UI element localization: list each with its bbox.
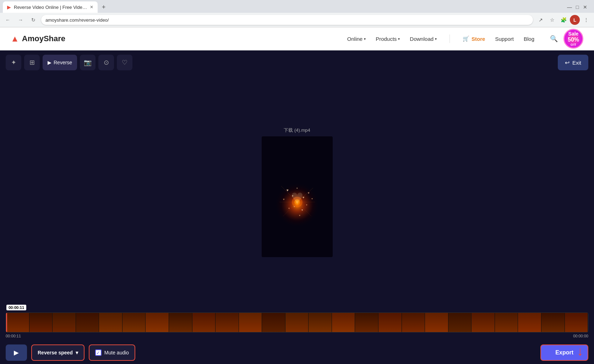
frame-13 <box>285 313 309 332</box>
frame-12 <box>262 313 285 332</box>
video-filename: 下载 (4).mp4 <box>284 127 310 134</box>
frame-7 <box>146 313 169 332</box>
video-frame: ♥ ♥ ♥ ♥ ♥ ♥ ♥ ♥ ♥ ♥ ♥ ♥ ♥ <box>262 136 333 257</box>
timeline-frames <box>6 313 588 332</box>
extensions-icon[interactable]: 🧩 <box>558 15 568 25</box>
forward-button[interactable]: → <box>16 15 26 25</box>
search-button[interactable]: 🔍 <box>550 35 558 43</box>
address-bar: ← → ↻ ↗ ☆ 🧩 L ⋮ <box>0 13 594 27</box>
logo-icon: ▲ <box>11 34 19 44</box>
frame-6 <box>122 313 146 332</box>
nav-products[interactable]: Products ▾ <box>376 36 400 42</box>
reverse-speed-label: Reverse speed <box>38 350 73 355</box>
heart-icon: ♡ <box>122 59 127 66</box>
sale-badge[interactable]: Sale 50% Off <box>563 29 583 49</box>
new-tab-button[interactable]: + <box>99 2 108 12</box>
frame-19 <box>425 313 448 332</box>
tab-favicon: ▶ <box>7 4 11 10</box>
profile-button[interactable]: L <box>570 15 580 25</box>
exit-icon: ↩ <box>565 59 570 66</box>
svg-text:♥: ♥ <box>292 195 293 197</box>
reverse-play-icon: ▶ <box>48 60 51 65</box>
exit-button[interactable]: ↩ Exit <box>558 55 588 70</box>
ai-enhance-button[interactable]: ✦ <box>6 55 21 70</box>
crop-button[interactable]: ⊞ <box>24 55 40 70</box>
bookmark-icon[interactable]: ☆ <box>547 15 557 25</box>
cursor-time-display: 00:00:11 <box>6 305 26 310</box>
nav-divider <box>449 34 450 43</box>
nav-right: 🔍 Sale 50% Off <box>550 29 583 49</box>
timeline-wrapper: 00:00:11 <box>6 313 588 338</box>
play-button[interactable]: ▶ <box>6 344 27 361</box>
svg-text:♥: ♥ <box>311 197 313 200</box>
frame-25 <box>565 313 588 332</box>
browser-chrome: ▶ Reverse Video Online | Free Vide… ✕ + … <box>0 0 594 27</box>
nav-blog[interactable]: Blog <box>524 36 534 42</box>
svg-text:♥: ♥ <box>303 196 304 199</box>
svg-text:♥: ♥ <box>296 187 298 189</box>
menu-button[interactable]: ⋮ <box>581 15 591 25</box>
timeline-track[interactable] <box>6 313 588 332</box>
frame-2 <box>29 313 53 332</box>
nav-download[interactable]: Download ▾ <box>410 36 437 42</box>
reverse-button[interactable]: ▶ Reverse <box>43 55 77 70</box>
minimize-button[interactable]: — <box>566 4 573 10</box>
timeline-container: 00:00:11 <box>6 313 588 332</box>
frame-22 <box>495 313 518 332</box>
maximize-button[interactable]: □ <box>574 4 581 10</box>
arrow-down-icon: ↓ <box>577 344 583 359</box>
download-chevron-icon: ▾ <box>435 37 437 41</box>
store-cart-icon: 🛒 <box>463 36 469 42</box>
frame-16 <box>355 313 378 332</box>
frame-11 <box>239 313 262 332</box>
svg-text:♥: ♥ <box>288 207 290 210</box>
svg-text:♥: ♥ <box>306 204 307 206</box>
nav-blog-label: Blog <box>524 36 534 42</box>
svg-text:♥: ♥ <box>283 198 285 201</box>
nav-support[interactable]: Support <box>495 36 514 42</box>
screenshot-button[interactable]: 📷 <box>80 55 96 70</box>
reload-button[interactable]: ↻ <box>28 15 38 25</box>
export-label: Export <box>555 349 573 355</box>
share-icon[interactable]: ↗ <box>536 15 546 25</box>
logo[interactable]: ▲ AmoyShare <box>11 34 65 44</box>
timeline-area[interactable]: 00:00:11 <box>0 310 594 341</box>
checkmark-icon: ✓ <box>96 350 100 355</box>
frame-4 <box>76 313 99 332</box>
frame-21 <box>472 313 495 332</box>
reverse-speed-button[interactable]: Reverse speed ▾ <box>31 344 85 361</box>
frame-3 <box>53 313 76 332</box>
nav-menu: Online ▾ Products ▾ Download ▾ 🛒 Store S… <box>347 29 583 49</box>
nav-store[interactable]: 🛒 Store <box>463 36 485 42</box>
video-thumbnail: ♥ ♥ ♥ ♥ ♥ ♥ ♥ ♥ ♥ ♥ ♥ ♥ ♥ <box>262 136 333 257</box>
products-chevron-icon: ▾ <box>398 37 400 41</box>
reverse-label: Reverse <box>54 60 72 65</box>
editor-toolbar: ✦ ⊞ ▶ Reverse 📷 ⊙ ♡ ↩ Exit <box>0 50 594 75</box>
site-header: ▲ AmoyShare Online ▾ Products ▾ Download… <box>0 27 594 50</box>
browser-actions: ↗ ☆ 🧩 L ⋮ <box>536 15 591 25</box>
frame-23 <box>518 313 541 332</box>
timeline-cursor <box>6 313 7 332</box>
back-button[interactable]: ← <box>3 15 13 25</box>
exit-label: Exit <box>572 60 581 66</box>
favorite-button[interactable]: ♡ <box>117 55 132 70</box>
nav-online[interactable]: Online ▾ <box>347 36 366 42</box>
crop-icon: ⊞ <box>29 59 35 66</box>
address-input[interactable] <box>41 15 533 25</box>
record-button[interactable]: ⊙ <box>98 55 114 70</box>
video-visual: ♥ ♥ ♥ ♥ ♥ ♥ ♥ ♥ ♥ ♥ ♥ ♥ ♥ <box>262 136 333 257</box>
record-icon: ⊙ <box>104 59 109 66</box>
new-tab-icon: + <box>102 4 106 11</box>
mute-checkbox: ✓ <box>95 349 102 356</box>
close-window-button[interactable]: ✕ <box>582 4 588 10</box>
timeline-timestamps: 00:00:11 00:00:00 <box>6 334 588 338</box>
active-tab[interactable]: ▶ Reverse Video Online | Free Vide… ✕ <box>3 1 98 13</box>
frame-5 <box>99 313 122 332</box>
end-timestamp: 00:00:00 <box>573 334 588 338</box>
start-timestamp: 00:00:11 <box>6 334 21 338</box>
tab-title: Reverse Video Online | Free Vide… <box>14 5 87 10</box>
nav-support-label: Support <box>495 36 514 42</box>
tab-close-button[interactable]: ✕ <box>90 5 93 10</box>
mute-audio-button[interactable]: ✓ Mute audio <box>89 344 135 361</box>
svg-text:♥: ♥ <box>301 208 303 212</box>
